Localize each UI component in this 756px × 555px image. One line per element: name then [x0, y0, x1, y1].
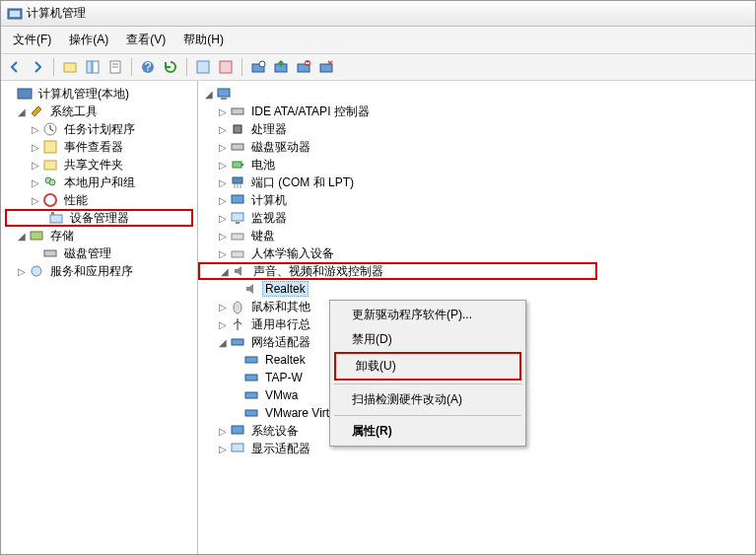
collapse-icon[interactable]: ◢ — [218, 266, 232, 277]
menu-help[interactable]: 帮助(H) — [175, 30, 232, 50]
tree-item-shared-folders[interactable]: ▷ 共享文件夹 — [1, 156, 197, 173]
device-mgr-icon — [48, 210, 64, 226]
tree-label: 服务和应用程序 — [47, 262, 136, 281]
svg-rect-36 — [233, 162, 241, 168]
scan-hardware-button[interactable] — [248, 57, 268, 77]
tree-label: 处理器 — [248, 120, 290, 139]
svg-rect-34 — [234, 125, 241, 133]
svg-rect-43 — [232, 213, 243, 221]
help-button[interactable]: ? — [138, 57, 158, 77]
expand-icon[interactable]: ▷ — [29, 177, 42, 188]
expand-icon[interactable]: ▷ — [15, 266, 29, 277]
tree-item-device-manager[interactable]: 设备管理器 — [5, 209, 193, 227]
tree-item-ide[interactable]: ▷IDE ATA/ATAPI 控制器 — [198, 103, 755, 120]
tree-item-computer[interactable]: ▷计算机 — [198, 191, 755, 209]
collapse-icon[interactable]: ◢ — [15, 106, 29, 117]
tree-item-disk[interactable]: ▷磁盘驱动器 — [198, 138, 755, 156]
expand-icon[interactable]: ▷ — [216, 124, 230, 135]
show-hide-tree-button[interactable] — [83, 57, 103, 77]
collapse-icon[interactable]: ◢ — [202, 89, 216, 100]
svg-rect-48 — [232, 339, 243, 345]
usb-icon — [230, 316, 245, 332]
collapse-icon[interactable]: ◢ — [216, 337, 230, 348]
tree-item-storage[interactable]: ◢ 存储 — [1, 227, 197, 244]
expand-icon[interactable]: ▷ — [216, 426, 230, 437]
menu-file[interactable]: 文件(F) — [5, 30, 59, 50]
collapse-icon[interactable]: ◢ — [15, 231, 29, 242]
display-adapter-icon — [230, 441, 245, 456]
computer-icon — [216, 86, 232, 102]
tree-label: 通用串行总 — [248, 315, 313, 334]
tree-item-system-tools[interactable]: ◢ 系统工具 — [1, 103, 197, 120]
svg-text:?: ? — [145, 60, 152, 74]
properties-button[interactable] — [105, 57, 125, 77]
up-button[interactable] — [60, 57, 80, 77]
tool-button[interactable] — [216, 57, 236, 77]
device-root[interactable]: ◢ — [198, 85, 755, 103]
tree-item-hid[interactable]: ▷人体学输入设备 — [198, 244, 755, 262]
back-button[interactable] — [5, 57, 25, 77]
tree-item-keyboard[interactable]: ▷键盘 — [198, 227, 755, 244]
svg-rect-53 — [232, 426, 243, 434]
tree-item-local-users[interactable]: ▷ 本地用户和组 — [1, 173, 197, 191]
tree-item-task-scheduler[interactable]: ▷ 任务计划程序 — [1, 120, 197, 138]
svg-rect-54 — [232, 444, 243, 451]
folder-share-icon — [42, 157, 58, 173]
menu-action[interactable]: 操作(A) — [61, 30, 116, 50]
tree-item-event-viewer[interactable]: ▷ 事件查看器 — [1, 138, 197, 156]
tree-label: 人体学输入设备 — [248, 244, 337, 263]
ctx-update-driver[interactable]: 更新驱动程序软件(P)... — [332, 303, 523, 327]
tree-item-cpu[interactable]: ▷处理器 — [198, 120, 755, 138]
expand-icon[interactable]: ▷ — [29, 142, 42, 153]
svg-rect-52 — [245, 410, 257, 416]
tree-item-disk-mgmt[interactable]: 磁盘管理 — [1, 244, 197, 262]
ctx-properties[interactable]: 属性(R) — [332, 419, 523, 444]
expand-icon[interactable]: ▷ — [216, 195, 230, 206]
tree-item-sound-realtek[interactable]: Realtek — [198, 280, 755, 298]
clock-icon — [42, 121, 58, 137]
ctx-disable[interactable]: 禁用(D) — [332, 327, 523, 352]
expand-icon[interactable]: ▷ — [29, 195, 42, 206]
expand-icon[interactable]: ▷ — [216, 319, 230, 330]
expand-icon[interactable]: ▷ — [216, 160, 230, 171]
menu-view[interactable]: 查看(V) — [118, 30, 173, 50]
tree-label: 系统工具 — [47, 103, 101, 121]
expand-icon[interactable]: ▷ — [29, 124, 42, 135]
tree-item-services[interactable]: ▷ 服务和应用程序 — [1, 262, 197, 280]
svg-rect-22 — [44, 161, 56, 170]
tree-label: 性能 — [61, 191, 91, 210]
expand-icon[interactable]: ▷ — [216, 444, 230, 454]
expand-icon[interactable]: ▷ — [216, 213, 230, 224]
tool-button[interactable] — [193, 57, 213, 77]
disable-button[interactable] — [316, 57, 336, 77]
tree-label: 磁盘管理 — [61, 244, 114, 263]
expand-icon[interactable]: ▷ — [216, 106, 230, 117]
svg-point-47 — [234, 302, 241, 313]
svg-rect-32 — [221, 98, 227, 100]
tree-item-performance[interactable]: ▷ 性能 — [1, 191, 197, 209]
expand-icon[interactable]: ▷ — [216, 248, 230, 259]
tree-root[interactable]: 计算机管理(本地) — [1, 85, 197, 103]
expand-icon[interactable]: ▷ — [29, 160, 42, 171]
svg-point-24 — [49, 179, 55, 185]
expand-icon[interactable]: ▷ — [216, 177, 230, 188]
expand-icon[interactable]: ▷ — [216, 142, 230, 153]
sound-icon — [232, 263, 247, 279]
update-driver-button[interactable] — [271, 57, 291, 77]
expand-icon[interactable]: ▷ — [216, 231, 230, 242]
sysdev-icon — [230, 423, 245, 439]
tree-item-battery[interactable]: ▷电池 — [198, 156, 755, 173]
expand-icon[interactable]: ▷ — [216, 302, 230, 312]
event-icon — [42, 139, 58, 155]
tree-label: IDE ATA/ATAPI 控制器 — [248, 103, 373, 121]
tree-label: Realtek — [262, 281, 309, 297]
svg-rect-28 — [31, 232, 42, 240]
ctx-uninstall[interactable]: 卸载(U) — [334, 352, 521, 381]
tree-item-monitor[interactable]: ▷监视器 — [198, 209, 755, 227]
tree-item-sound[interactable]: ◢声音、视频和游戏控制器 — [198, 262, 597, 280]
tree-item-ports[interactable]: ▷端口 (COM 和 LPT) — [198, 173, 755, 191]
refresh-button[interactable] — [161, 57, 180, 77]
uninstall-button[interactable] — [294, 57, 313, 77]
ctx-scan[interactable]: 扫描检测硬件改动(A) — [332, 387, 523, 412]
forward-button[interactable] — [28, 57, 47, 77]
